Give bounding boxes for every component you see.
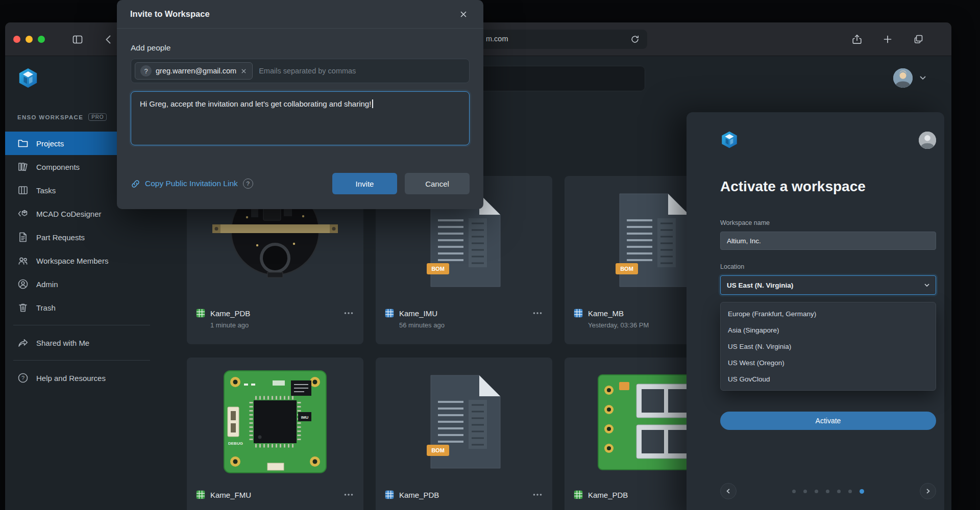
library-icon <box>17 161 29 172</box>
admin-icon <box>17 278 29 290</box>
thumbnail-pcb-green: IMU DEBUG <box>187 358 363 486</box>
project-grid-icon-green <box>196 309 205 318</box>
share-arrow-icon <box>17 337 29 348</box>
project-name: Kame_IMU <box>399 309 437 318</box>
location-label: Location <box>720 263 744 270</box>
activate-workspace-panel: Activate a workspace Workspace name Loca… <box>687 112 944 510</box>
card-footer: Kame_IMU 56 minutes ago <box>376 304 552 329</box>
sidebar-item-label: Trash <box>36 303 56 312</box>
sidebar-divider <box>13 360 150 361</box>
invite-message-textarea[interactable]: Hi Greg, accept the invitation and let’s… <box>131 91 470 145</box>
carousel-prev-icon[interactable] <box>720 483 737 499</box>
altium-logo[interactable] <box>17 67 39 89</box>
activate-button[interactable]: Activate <box>720 412 936 430</box>
carousel-dot[interactable] <box>792 490 796 493</box>
project-name: Kame_PDB <box>399 491 439 499</box>
remove-email-icon[interactable] <box>240 68 247 74</box>
location-dropdown-menu: Europe (Frankfurt, Germany) Asia (Singap… <box>720 302 936 391</box>
card-menu-icon[interactable] <box>532 491 543 498</box>
sidebar-item-label: Components <box>36 163 80 171</box>
url-text: m.com <box>486 35 508 43</box>
project-grid-icon-green <box>574 490 583 499</box>
card-menu-icon[interactable] <box>343 491 354 498</box>
location-select[interactable]: US East (N. Virginia) <box>720 275 936 295</box>
modal-footer: Copy Public Invitation Link ? Invite Can… <box>131 173 470 194</box>
kanban-icon <box>17 185 29 196</box>
copy-public-invitation-link[interactable]: Copy Public Invitation Link <box>131 179 238 189</box>
carousel-dot-active[interactable] <box>860 489 864 494</box>
bom-badge: BOM <box>431 447 445 453</box>
sidebar-item-trash[interactable]: Trash <box>5 296 158 319</box>
project-grid-icon-blue <box>385 490 394 499</box>
panel-title: Activate a workspace <box>720 178 866 195</box>
close-window-button[interactable] <box>13 36 20 43</box>
cancel-button[interactable]: Cancel <box>405 173 470 194</box>
modal-body: Add people ? greg.warren@gmail.com Email… <box>117 29 483 209</box>
sidebar-item-label: Shared with Me <box>36 339 89 347</box>
chevron-down-icon <box>924 284 929 287</box>
carousel-dot[interactable] <box>848 490 852 493</box>
help-icon: ? <box>17 372 29 384</box>
carousel-dot[interactable] <box>837 490 841 493</box>
location-option[interactable]: Europe (Frankfurt, Germany) <box>721 305 936 322</box>
project-name: Kame_MB <box>588 309 624 318</box>
location-selected-value: US East (N. Virginia) <box>727 282 793 289</box>
email-input[interactable]: ? greg.warren@gmail.com Emails separated… <box>131 59 470 83</box>
project-card[interactable]: BOM Kame_PDB <box>376 358 552 510</box>
sidebar-item-help-and-resources[interactable]: ? Help and Resources <box>5 366 158 390</box>
projects-grid: Kame_PDB 1 minute ago BOM <box>187 176 741 510</box>
close-icon[interactable] <box>457 8 470 21</box>
invite-button[interactable]: Invite <box>332 173 397 194</box>
email-chip-text: greg.warren@gmail.com <box>156 67 236 75</box>
carousel-dot[interactable] <box>815 490 818 493</box>
card-footer: Kame_FMU <box>187 486 363 499</box>
debug-silkscreen-label: DEBUG <box>228 441 243 446</box>
trash-icon <box>17 302 29 313</box>
carousel-dot[interactable] <box>826 490 829 493</box>
pro-badge: PRO <box>88 113 107 121</box>
mcad-cube-icon <box>17 208 29 219</box>
panel-user-avatar[interactable] <box>919 132 936 149</box>
location-option[interactable]: US East (N. Virginia) <box>721 338 936 354</box>
minimize-window-button[interactable] <box>26 36 33 43</box>
project-name: Kame_PDB <box>210 309 250 318</box>
sidebar-item-workspace-members[interactable]: Workspace Members <box>5 249 158 272</box>
carousel-next-icon[interactable] <box>920 483 936 499</box>
location-option[interactable]: US West (Oregon) <box>721 354 936 371</box>
workspace-name-input[interactable] <box>720 232 936 250</box>
project-modified-time: 56 minutes ago <box>399 321 543 329</box>
sidebar-item-label: Workspace Members <box>36 257 108 265</box>
sidebar-item-label: Help and Resources <box>36 374 106 382</box>
sidebar-divider <box>13 325 150 325</box>
workspace-name-label: Workspace name <box>720 219 770 226</box>
project-grid-icon-blue <box>574 309 583 318</box>
sidebar-item-label: MCAD CoDesigner <box>36 210 102 218</box>
sidebar-toggle-icon[interactable] <box>72 34 83 45</box>
sidebar-item-admin[interactable]: Admin <box>5 272 158 296</box>
help-icon[interactable]: ? <box>243 178 253 189</box>
new-tab-icon[interactable] <box>882 34 893 45</box>
email-chip[interactable]: ? greg.warren@gmail.com <box>135 62 253 80</box>
tab-overview-icon[interactable] <box>913 34 924 45</box>
reload-icon[interactable] <box>630 34 640 44</box>
sidebar-item-part-requests[interactable]: Part Requests <box>5 225 158 249</box>
user-avatar[interactable] <box>893 68 913 88</box>
modal-header: Invite to Workspace <box>117 0 483 29</box>
project-grid-icon-blue <box>385 309 394 318</box>
location-option[interactable]: US GovCloud <box>721 371 936 387</box>
location-option[interactable]: Asia (Singapore) <box>721 322 936 338</box>
back-icon[interactable] <box>103 34 114 45</box>
project-card[interactable]: IMU DEBUG Kame_FMU <box>187 358 363 510</box>
card-menu-icon[interactable] <box>532 310 543 317</box>
carousel-dot[interactable] <box>803 490 807 493</box>
bom-badge: BOM <box>431 266 445 272</box>
card-menu-icon[interactable] <box>343 310 354 317</box>
sidebar-item-shared-with-me[interactable]: Shared with Me <box>5 331 158 354</box>
zoom-window-button[interactable] <box>38 36 45 43</box>
share-icon[interactable] <box>851 34 863 45</box>
invite-to-workspace-modal: Invite to Workspace Add people ? greg.wa… <box>117 0 483 209</box>
copy-link-label: Copy Public Invitation Link <box>145 179 238 188</box>
sidebar-item-label: Part Requests <box>36 233 85 242</box>
invite-message-text: Hi Greg, accept the invitation and let’s… <box>140 99 371 108</box>
chevron-down-icon[interactable] <box>920 76 926 80</box>
